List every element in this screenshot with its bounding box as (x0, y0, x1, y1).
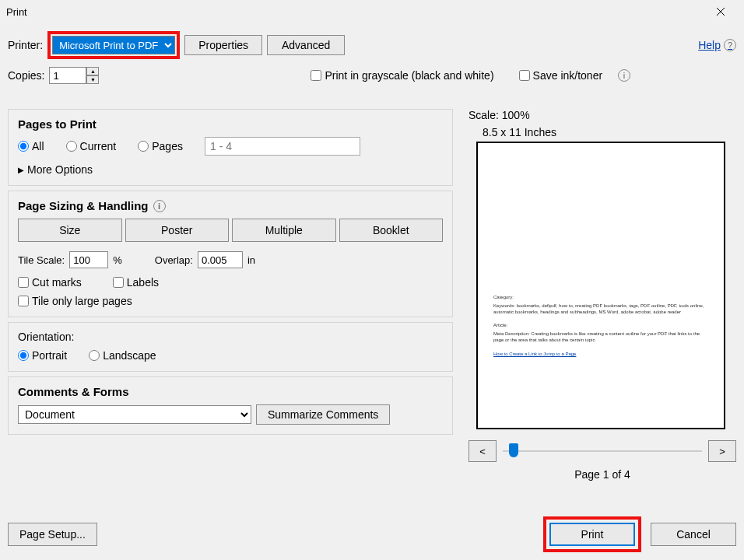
printer-highlight: Microsoft Print to PDF (47, 31, 180, 59)
radio-landscape[interactable]: Landscape (89, 349, 156, 362)
printer-row: Printer: Microsoft Print to PDF Properti… (8, 31, 736, 59)
preview-document-text: Category: Keywords: bookmarks, deftpdf, … (493, 295, 708, 358)
pages-range-input[interactable] (205, 137, 360, 156)
copies-row: Copies: ▲ ▼ Print in grayscale (black an… (8, 67, 736, 84)
page-preview: Category: Keywords: bookmarks, deftpdf, … (476, 142, 725, 429)
page-setup-button[interactable]: Page Setup... (8, 523, 97, 546)
overlap-unit: in (247, 254, 255, 266)
comments-group: Comments & Forms Document Summarize Comm… (8, 376, 453, 435)
comments-select[interactable]: Document (18, 405, 251, 424)
copies-down[interactable]: ▼ (86, 75, 99, 84)
dimensions-label: 8.5 x 11 Inches (483, 126, 736, 138)
radio-all[interactable]: All (18, 140, 44, 152)
comments-title: Comments & Forms (18, 385, 443, 398)
copies-input[interactable] (49, 67, 86, 84)
page-indicator: Page 1 of 4 (469, 468, 736, 481)
summarize-button[interactable]: Summarize Comments (256, 404, 390, 425)
grayscale-input[interactable] (311, 70, 321, 81)
page-slider[interactable] (503, 443, 702, 459)
sizing-info-icon[interactable]: i (153, 200, 166, 212)
footer: Page Setup... Print Cancel (8, 516, 736, 552)
titlebar: Print (0, 0, 744, 23)
size-tab[interactable]: Size (18, 219, 122, 242)
multiple-tab[interactable]: Multiple (232, 219, 336, 242)
tile-scale-input[interactable] (69, 251, 108, 268)
save-ink-label: Save ink/toner (533, 69, 603, 82)
printer-label: Printer: (8, 39, 43, 51)
sizing-group: Page Sizing & Handling i Size Poster Mul… (8, 191, 453, 317)
window-title: Print (6, 6, 703, 18)
overlap-input[interactable] (198, 251, 243, 268)
tile-scale-label: Tile Scale: (18, 254, 65, 266)
printer-select[interactable]: Microsoft Print to PDF (52, 36, 175, 54)
save-ink-input[interactable] (519, 70, 530, 81)
chevron-right-icon: ▶ (18, 166, 24, 174)
advanced-button[interactable]: Advanced (267, 35, 345, 55)
close-icon (716, 7, 725, 16)
pages-to-print-group: Pages to Print All Current Pages ▶ More … (8, 109, 453, 186)
sizing-title: Page Sizing & Handling (18, 199, 149, 212)
tile-only-checkbox[interactable]: Tile only large pages (18, 295, 443, 307)
pages-to-print-title: Pages to Print (18, 117, 443, 131)
copies-spinner: ▲ ▼ (49, 67, 99, 84)
radio-current[interactable]: Current (66, 140, 117, 152)
radio-pages[interactable]: Pages (138, 140, 183, 152)
scale-label: Scale: 100% (469, 109, 736, 121)
booklet-tab[interactable]: Booklet (339, 219, 444, 242)
cut-marks-checkbox[interactable]: Cut marks (18, 276, 82, 289)
slider-thumb[interactable] (509, 443, 518, 457)
overlap-label: Overlap: (155, 254, 193, 266)
copies-label: Copies: (8, 69, 44, 82)
properties-button[interactable]: Properties (184, 35, 262, 55)
help-label: Help (698, 39, 721, 51)
print-button[interactable]: Print (549, 523, 635, 546)
poster-tab[interactable]: Poster (125, 219, 230, 242)
info-icon[interactable]: i (618, 69, 630, 82)
save-ink-checkbox[interactable]: Save ink/toner (519, 69, 603, 82)
orientation-group: Orientation: Portrait Landscape (8, 322, 453, 372)
more-options-toggle[interactable]: ▶ More Options (18, 163, 443, 176)
copies-up[interactable]: ▲ (86, 67, 99, 75)
prev-page-button[interactable]: < (469, 440, 497, 462)
grayscale-checkbox[interactable]: Print in grayscale (black and white) (311, 69, 493, 82)
close-button[interactable] (703, 0, 738, 23)
help-link[interactable]: Help ? (698, 39, 736, 51)
orientation-title: Orientation: (18, 331, 443, 343)
labels-checkbox[interactable]: Labels (113, 276, 159, 289)
cancel-button[interactable]: Cancel (651, 523, 736, 546)
grayscale-label: Print in grayscale (black and white) (325, 69, 493, 82)
preview-pane: Scale: 100% 8.5 x 11 Inches Category: Ke… (469, 109, 736, 481)
print-highlight: Print (543, 516, 641, 552)
tile-scale-unit: % (113, 254, 122, 266)
next-page-button[interactable]: > (708, 440, 736, 462)
help-icon: ? (724, 39, 736, 51)
radio-portrait[interactable]: Portrait (18, 349, 67, 362)
